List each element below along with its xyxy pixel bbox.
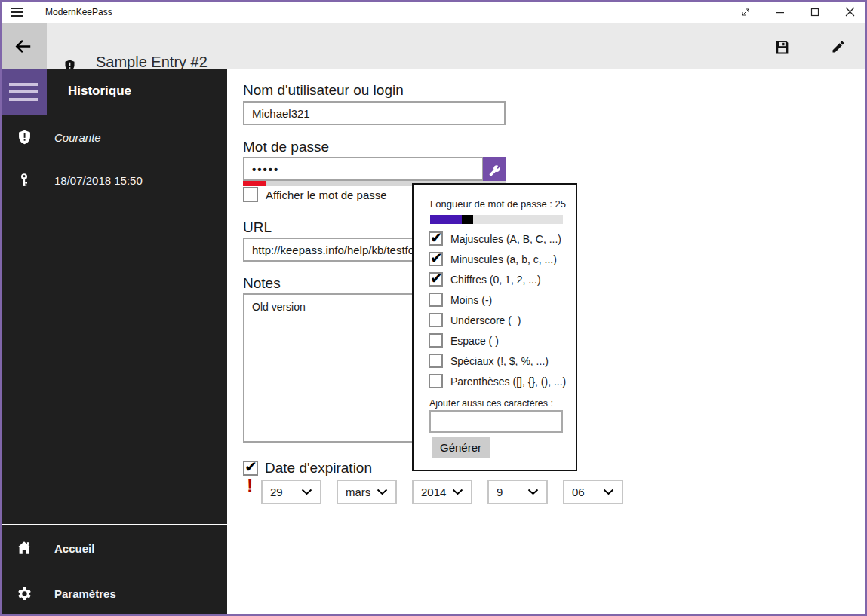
gear-icon [15,584,33,602]
password-input[interactable] [243,157,484,181]
option-label: Minuscules (a, b, c, ...) [450,253,557,265]
sidebar-item-label: Paramètres [54,587,116,600]
space-checkbox[interactable] [429,333,443,348]
url-label: URL [243,219,272,236]
show-password-row: Afficher le mot de passe [243,187,387,202]
fullscreen-button[interactable] [728,0,763,23]
month-value: mars [346,486,370,498]
minimize-button[interactable] [763,0,798,23]
chevron-down-icon [603,489,614,495]
fullscreen-icon [739,6,752,18]
window-title: ModernKeePass [45,7,112,17]
expiration-label: Date d'expiration [265,460,372,477]
save-button[interactable] [764,34,800,60]
option-label: Espace ( ) [450,335,499,347]
year-select[interactable]: 2014 [412,480,472,504]
option-label: Spéciaux (!, $, %, ...) [450,355,549,367]
generate-password-button[interactable] [483,157,506,184]
home-icon [15,539,33,557]
hour-value: 9 [497,486,503,498]
page-title: Sample Entry #2 [96,54,208,71]
option-label: Moins (-) [450,294,492,306]
hour-select[interactable]: 9 [487,480,548,504]
month-select[interactable]: mars [337,480,397,504]
option-label: Majuscules (A, B, C, ...) [450,233,561,245]
chevron-down-icon [527,489,539,495]
back-button[interactable] [0,23,47,69]
back-arrow-icon [14,37,33,57]
option-brackets: Parenthèses ([], {}, (), ...) [429,374,566,388]
sidebar-item-home[interactable]: Accueil [0,532,227,565]
maximize-button[interactable] [798,0,832,23]
option-underscore: Underscore (_) [429,313,521,327]
option-label: Chiffres (0, 1, 2, ...) [450,274,541,286]
show-password-label: Afficher le mot de passe [266,188,387,201]
option-label: Underscore (_) [450,314,521,326]
uppercase-checkbox[interactable] [429,231,443,246]
key-icon [15,171,33,189]
slider-handle[interactable] [462,215,473,224]
notes-label: Notes [243,275,281,292]
extra-chars-label: Ajouter aussi ces caractères : [429,398,553,409]
history-sidebar: Historique Courante 18/07/2018 15:50 Acc… [0,69,227,616]
expiration-row: Date d'expiration [243,460,372,477]
history-item-label: Courante [54,131,101,144]
lowercase-checkbox[interactable] [429,252,443,266]
history-item-version[interactable]: 18/07/2018 15:50 [0,164,227,197]
expiration-warning-mark: ! [247,475,253,497]
option-uppercase: Majuscules (A, B, C, ...) [429,231,561,246]
option-label: Parenthèses ([], {}, (), ...) [450,375,566,388]
entry-header: Sample Entry #2 sample [0,23,867,69]
maximize-icon [810,8,819,17]
chevron-down-icon [452,489,463,495]
option-digits: Chiffres (0, 1, 2, ...) [429,272,541,287]
nav-hamburger-button[interactable] [0,69,47,115]
close-button[interactable] [832,0,867,23]
day-value: 29 [270,486,283,498]
special-checkbox[interactable] [429,354,443,368]
extra-chars-input[interactable] [429,410,563,433]
password-label: Mot de passe [243,139,329,155]
password-length-slider[interactable] [430,215,563,224]
brackets-checkbox[interactable] [429,374,443,388]
sidebar-divider [2,524,227,525]
minute-value: 06 [572,486,585,498]
history-item-label: 18/07/2018 15:50 [54,174,143,187]
title-bar: ModernKeePass [0,0,867,23]
underscore-checkbox[interactable] [429,313,443,327]
generate-button[interactable]: Générer [432,437,490,458]
wrench-icon [488,164,501,177]
day-select[interactable]: 29 [261,480,321,504]
save-icon [774,39,790,55]
window-controls [728,0,867,23]
password-generator-popup: Longueur de mot de passe : 25 Majuscules… [412,183,577,471]
sidebar-heading: Historique [68,84,131,99]
sidebar-item-label: Accueil [54,542,94,555]
option-space: Espace ( ) [429,333,499,348]
option-minus: Moins (-) [429,293,492,307]
password-length-label: Longueur de mot de passe : 25 [430,198,566,210]
history-item-current[interactable]: Courante [0,121,227,154]
option-special: Spéciaux (!, $, %, ...) [429,354,549,368]
username-input[interactable] [243,101,506,125]
sidebar-item-settings[interactable]: Paramètres [0,577,227,610]
chevron-down-icon [377,489,388,495]
titlebar-hamburger-icon[interactable] [0,0,35,23]
chevron-down-icon [301,489,312,495]
username-label: Nom d'utilisateur ou login [243,82,404,99]
minute-select[interactable]: 06 [563,480,623,504]
pencil-icon [831,39,846,54]
expiration-checkbox[interactable] [243,461,258,476]
edit-button[interactable] [820,34,856,60]
option-lowercase: Minuscules (a, b, c, ...) [429,252,557,266]
show-password-checkbox[interactable] [243,187,258,202]
minimize-icon [776,8,785,17]
close-icon [845,7,855,17]
minus-checkbox[interactable] [429,293,443,307]
year-value: 2014 [421,486,446,498]
digits-checkbox[interactable] [429,272,443,287]
shield-icon [15,128,33,146]
